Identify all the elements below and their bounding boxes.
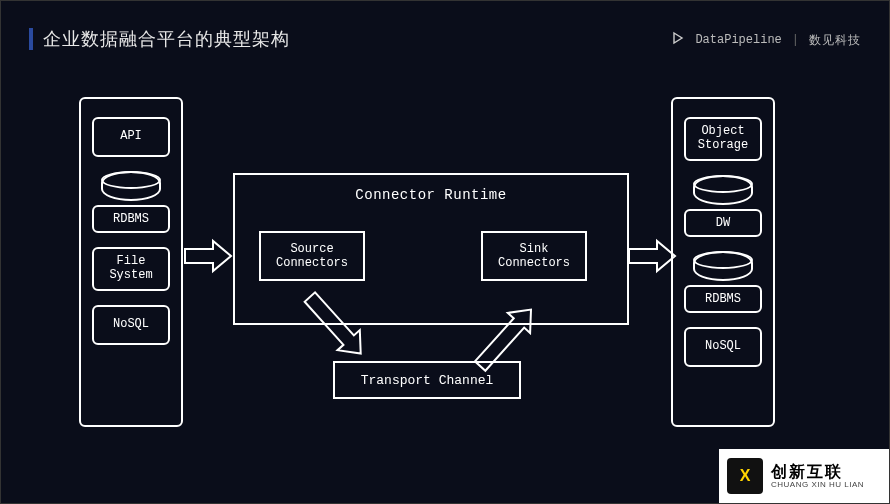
- page-title: 企业数据融合平台的典型架构: [43, 27, 290, 51]
- sink-nosql-label: NoSQL: [705, 340, 741, 354]
- connector-runtime-title: Connector Runtime: [235, 187, 627, 203]
- sink-dw-label: DW: [684, 209, 762, 237]
- title-bar: 企业数据融合平台的典型架构: [29, 27, 290, 51]
- watermark-text: 创新互联 CHUANG XIN HU LIAN: [771, 464, 864, 489]
- source-nosql-label: NoSQL: [113, 318, 149, 332]
- sink-dw: DW: [684, 175, 762, 237]
- source-connectors: SourceConnectors: [259, 231, 365, 281]
- sink-object-storage-label: ObjectStorage: [698, 125, 748, 153]
- sink-rdbms-label: RDBMS: [684, 285, 762, 313]
- watermark-line1: 创新互联: [771, 464, 864, 480]
- source-api: API: [92, 117, 170, 157]
- source-rdbms: RDBMS: [92, 171, 170, 233]
- source-connectors-label: SourceConnectors: [276, 242, 348, 271]
- sink-object-storage: ObjectStorage: [684, 117, 762, 161]
- source-nosql: NoSQL: [92, 305, 170, 345]
- brand-company: 数见科技: [809, 32, 861, 49]
- slide: 企业数据融合平台的典型架构 DataPipeline | 数见科技 API RD…: [0, 0, 890, 504]
- sink-nosql: NoSQL: [684, 327, 762, 367]
- title-marker-icon: [29, 28, 33, 50]
- source-systems-column: API RDBMS FileSystem NoSQL: [79, 97, 183, 427]
- watermark-badge-icon: X: [727, 458, 763, 494]
- arrow-runtime-to-right-icon: [629, 241, 675, 271]
- brand-block: DataPipeline | 数见科技: [671, 31, 861, 49]
- transport-channel: Transport Channel: [333, 361, 521, 399]
- brand-product: DataPipeline: [695, 33, 781, 47]
- database-icon: [693, 251, 753, 281]
- sink-connectors-label: SinkConnectors: [498, 242, 570, 271]
- sink-rdbms: RDBMS: [684, 251, 762, 313]
- transport-channel-label: Transport Channel: [361, 373, 494, 388]
- brand-logo-icon: [671, 31, 685, 49]
- arrow-left-to-runtime-icon: [185, 241, 231, 271]
- brand-separator-icon: |: [792, 33, 799, 47]
- source-api-label: API: [120, 130, 142, 144]
- source-filesystem-label: FileSystem: [109, 255, 152, 283]
- database-icon: [693, 175, 753, 205]
- database-icon: [101, 171, 161, 201]
- source-filesystem: FileSystem: [92, 247, 170, 291]
- watermark: X 创新互联 CHUANG XIN HU LIAN: [719, 449, 889, 503]
- watermark-line2: CHUANG XIN HU LIAN: [771, 480, 864, 489]
- source-rdbms-label: RDBMS: [92, 205, 170, 233]
- sink-systems-column: ObjectStorage DW RDBMS NoSQL: [671, 97, 775, 427]
- sink-connectors: SinkConnectors: [481, 231, 587, 281]
